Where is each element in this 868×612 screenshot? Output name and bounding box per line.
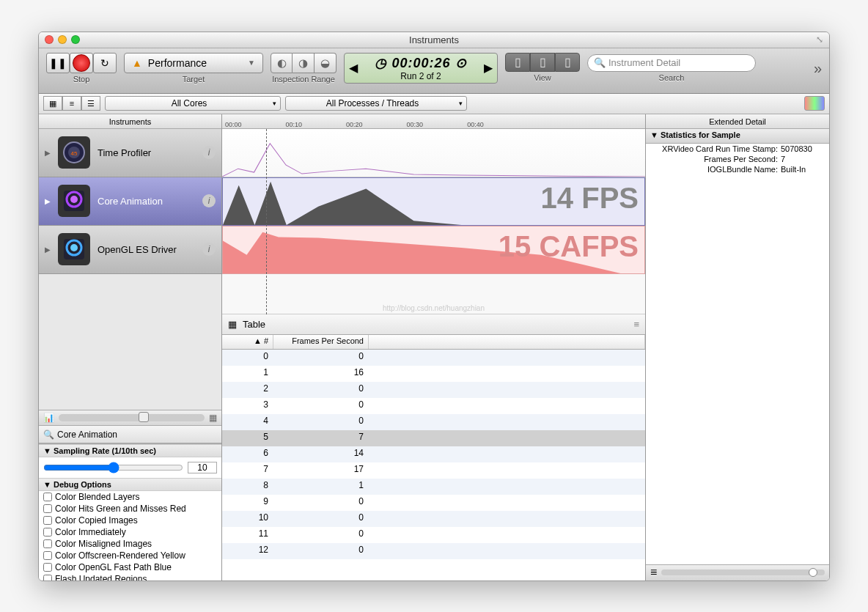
table-row[interactable]: 120 — [222, 543, 645, 559]
processes-dropdown[interactable]: All Processes / Threads — [285, 96, 467, 111]
color-legend-button[interactable] — [804, 96, 825, 111]
chart-icon[interactable]: 📊 — [43, 413, 54, 423]
table-row[interactable]: 40 — [222, 414, 645, 430]
checkbox[interactable] — [43, 575, 52, 580]
checkbox[interactable] — [43, 551, 52, 560]
sampling-slider[interactable] — [43, 462, 183, 473]
track-area: ▽ 14 FPS 15 CAFPS http://blog.csdn.net/h… — [222, 129, 645, 314]
table-row[interactable]: 100 — [222, 511, 645, 527]
window-title: Instruments — [39, 34, 829, 45]
loop-button[interactable]: ↻ — [93, 53, 117, 73]
table-row[interactable]: 110 — [222, 527, 645, 543]
view-label: View — [534, 73, 551, 82]
debug-options-header[interactable]: ▼ Debug Options — [39, 478, 221, 491]
track-spacer: http://blog.csdn.net/huangzhian — [222, 274, 645, 314]
inspection-end-button[interactable]: ◒ — [315, 53, 336, 73]
sampling-rate-header[interactable]: ▼ Sampling Rate (1/10th sec) — [39, 444, 221, 457]
debug-option[interactable]: Color Offscreen-Rendered Yellow — [39, 550, 221, 561]
icon-view-button[interactable]: ▦ — [43, 96, 62, 111]
option-label: Color Immediately — [55, 527, 126, 537]
checkbox[interactable] — [43, 528, 52, 537]
disclosure-icon[interactable]: ▶ — [45, 149, 51, 157]
checkbox[interactable] — [43, 493, 52, 501]
config-header: 🔍 Core Animation — [39, 426, 221, 443]
track-time-profiler[interactable] — [222, 129, 645, 177]
debug-option[interactable]: Color Blended Layers — [39, 491, 221, 503]
info-icon[interactable]: i — [202, 146, 216, 159]
col-number[interactable]: ▲ # — [222, 335, 273, 349]
search-input[interactable]: 🔍 Instrument Detail — [587, 54, 756, 72]
timeline-ruler[interactable]: 00:00 00:10 00:20 00:30 00:40 — [222, 114, 645, 129]
h-scrollbar[interactable] — [661, 569, 825, 575]
hamburger-icon[interactable]: ≡ — [650, 566, 657, 579]
run-next-button[interactable]: ▶ — [484, 61, 493, 75]
view-left-button[interactable]: ▯ — [505, 53, 530, 72]
cell-fps: 0 — [273, 495, 369, 511]
sampling-value[interactable]: 10 — [188, 462, 217, 473]
cell-number: 4 — [222, 414, 273, 430]
debug-option[interactable]: Color Immediately — [39, 526, 221, 538]
table-row[interactable]: 57 — [222, 430, 645, 446]
table-row[interactable]: 00 — [222, 350, 645, 366]
table-row[interactable]: 81 — [222, 479, 645, 495]
search-group: 🔍 Instrument Detail Search — [587, 53, 756, 82]
record-group: ❚❚ ↻ Stop — [46, 53, 117, 84]
debug-option[interactable]: Color Misaligned Images — [39, 538, 221, 550]
cell-fps: 16 — [273, 366, 369, 382]
debug-option[interactable]: Color Copied Images — [39, 515, 221, 526]
details-menu-icon[interactable]: ≡ — [633, 319, 639, 330]
target-icon: ▲ — [132, 57, 142, 69]
inspection-start-button[interactable]: ◐ — [271, 53, 293, 73]
tick: 00:20 — [346, 121, 363, 128]
track-core-animation[interactable]: 14 FPS — [222, 177, 645, 226]
target-selector[interactable]: ▲ Performance ▼ — [124, 53, 263, 73]
details-mode[interactable]: Table — [243, 319, 265, 330]
debug-option[interactable]: Color Hits Green and Misses Red — [39, 503, 221, 515]
col-fps[interactable]: Frames Per Second — [273, 335, 369, 349]
checkbox[interactable] — [43, 504, 52, 513]
instrument-opengl-driver[interactable]: ▶ OpenGL ES Driver i — [39, 226, 221, 274]
record-button[interactable] — [70, 53, 93, 73]
disclosure-icon[interactable]: ▶ — [45, 246, 51, 254]
view-mid-button[interactable]: ▯ — [530, 53, 555, 72]
track-opengl[interactable]: 15 CAFPS — [222, 226, 645, 274]
extended-header: Extended Detail — [646, 114, 829, 129]
search-icon: 🔍 — [594, 57, 606, 68]
inspection-mid-button[interactable]: ◑ — [293, 53, 315, 73]
debug-option[interactable]: Color OpenGL Fast Path Blue — [39, 561, 221, 573]
checkbox[interactable] — [43, 539, 52, 548]
info-icon[interactable]: i — [202, 243, 216, 256]
table-row[interactable]: 90 — [222, 495, 645, 511]
table-row[interactable]: 30 — [222, 398, 645, 414]
table-body[interactable]: 00116203040576147178190100110120 — [222, 350, 645, 580]
view-right-button[interactable]: ▯ — [555, 53, 580, 72]
instrument-core-animation[interactable]: ▶ Core Animation i — [39, 177, 221, 226]
run-prev-button[interactable]: ◀ — [349, 61, 358, 75]
time-profiler-icon: 45 — [58, 136, 90, 169]
cell-fps: 14 — [273, 446, 369, 462]
checkbox[interactable] — [43, 516, 52, 525]
target-label: Target — [183, 75, 205, 84]
playhead[interactable] — [266, 129, 267, 314]
pause-button[interactable]: ❚❚ — [46, 53, 70, 73]
table-row[interactable]: 116 — [222, 366, 645, 382]
list-view-button[interactable]: ≡ — [62, 96, 81, 111]
zoom-slider[interactable] — [59, 414, 205, 421]
disclosure-icon[interactable]: ▶ — [45, 197, 51, 205]
stop-label: Stop — [73, 75, 90, 84]
detail-view-button[interactable]: ☰ — [81, 96, 100, 111]
stat-row: Frames Per Second:7 — [646, 154, 829, 164]
instruments-header: Instruments — [39, 114, 221, 129]
stats-section-header[interactable]: ▼ Statistics for Sample — [646, 129, 829, 144]
table-row[interactable]: 20 — [222, 382, 645, 398]
debug-option[interactable]: Flash Updated Regions — [39, 573, 221, 580]
instrument-time-profiler[interactable]: ▶ 45 Time Profiler i — [39, 129, 221, 177]
cell-fps: 0 — [273, 350, 369, 366]
info-icon[interactable]: i — [202, 194, 216, 207]
toolbar-overflow-icon[interactable]: » — [814, 60, 822, 77]
checkbox[interactable] — [43, 563, 52, 572]
table-row[interactable]: 614 — [222, 446, 645, 462]
grid-icon[interactable]: ▦ — [209, 413, 217, 423]
cores-dropdown[interactable]: All Cores — [105, 96, 281, 111]
table-row[interactable]: 717 — [222, 462, 645, 479]
